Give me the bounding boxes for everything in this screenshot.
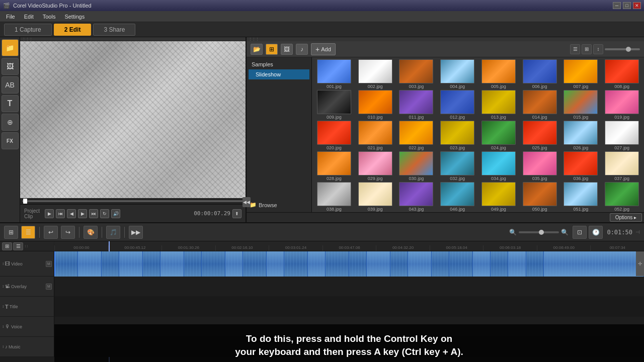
library-audio-view-button[interactable]: ♪ <box>296 44 308 55</box>
add-button[interactable]: + Add <box>311 43 336 55</box>
maximize-button[interactable]: □ <box>623 2 631 9</box>
sidebar-filter-icon[interactable]: 🖼 <box>2 58 19 75</box>
timeline-view-button[interactable]: ☰ <box>21 226 35 239</box>
color-correct-button[interactable]: 🎨 <box>84 226 98 239</box>
thumb-022[interactable]: 022.jpg <box>396 121 437 150</box>
volume-button[interactable]: 🔊 <box>111 209 120 218</box>
repeat-button[interactable]: ↻ <box>100 209 109 218</box>
library-thumbnail-view-button[interactable]: ⊞ <box>266 44 278 55</box>
track-mute-button[interactable]: M <box>46 261 52 267</box>
tab-share[interactable]: 3 Share <box>93 24 135 36</box>
thumb-035[interactable]: 035.jpg <box>520 151 560 181</box>
thumb-020[interactable]: 020.jpg <box>314 121 354 150</box>
video-track-clips[interactable] <box>54 251 644 277</box>
thumb-023[interactable]: 023.jpg <box>437 121 477 150</box>
sidebar-title-icon[interactable]: AB <box>2 76 19 94</box>
redo-button[interactable]: ↪ <box>61 226 75 239</box>
tab-edit[interactable]: 2 Edit <box>54 24 92 36</box>
thumb-050[interactable]: 050.jpg <box>520 182 560 212</box>
storyboard-view-button[interactable]: ⊞ <box>4 226 18 239</box>
collapse-library-icon[interactable]: ◀◀ <box>243 200 250 205</box>
overlay-mute-button[interactable]: M <box>46 284 52 290</box>
menu-settings[interactable]: Settings <box>60 13 89 21</box>
zoom-in-icon[interactable]: 🔍 <box>561 229 569 236</box>
undo-button[interactable]: ↩ <box>44 226 58 239</box>
thumb-036[interactable]: 036.jpg <box>561 151 601 181</box>
thumb-037[interactable]: 037.jpg <box>602 151 642 181</box>
seek-bar[interactable] <box>22 200 244 202</box>
thumb-024[interactable]: 024.jpg <box>478 121 519 150</box>
list-view-button[interactable]: ☰ <box>570 44 580 54</box>
thumb-006[interactable]: 006.jpg <box>520 59 560 89</box>
clip-end-handle[interactable]: ✛ <box>636 251 644 276</box>
thumb-029[interactable]: 029.jpg <box>355 151 395 181</box>
thumb-021[interactable]: 021.jpg <box>355 121 395 150</box>
zoom-slider[interactable] <box>605 48 640 50</box>
thumb-012[interactable]: 012.jpg <box>437 90 477 120</box>
thumb-030[interactable]: 030.jpg <box>396 151 437 181</box>
thumb-051[interactable]: 051.jpg <box>561 182 601 212</box>
track-list-button[interactable]: ☰ <box>13 242 23 250</box>
category-slideshow[interactable]: Slideshow <box>249 69 309 79</box>
motion-button[interactable]: ▶▶ <box>129 226 143 239</box>
sort-button[interactable]: ↕ <box>593 44 603 54</box>
menu-file[interactable]: File <box>2 13 19 21</box>
timeline-zoom-slider[interactable] <box>519 231 559 233</box>
thumb-049[interactable]: 049.jpg <box>478 182 519 212</box>
step-forward-button[interactable]: ▶ <box>78 209 87 218</box>
seek-thumb[interactable] <box>23 199 27 204</box>
audio-button[interactable]: 🎵 <box>106 226 120 239</box>
window-controls[interactable]: ─ □ ✕ <box>613 2 641 9</box>
thumb-007[interactable]: 007.jpg <box>561 59 601 89</box>
thumb-034[interactable]: 034.jpg <box>478 151 519 181</box>
thumb-038[interactable]: 038.jpg <box>314 182 354 212</box>
thumb-046[interactable]: 046.jpg <box>437 182 477 212</box>
play-button[interactable]: ▶ <box>45 209 54 218</box>
zoom-thumb[interactable] <box>626 47 631 52</box>
next-button[interactable]: ⏭ <box>89 209 98 218</box>
thumb-005[interactable]: 005.jpg <box>478 59 519 89</box>
tab-capture[interactable]: 1 Capture <box>4 24 52 36</box>
seek-bar-container[interactable] <box>20 198 246 204</box>
fit-timeline-button[interactable]: ⊡ <box>573 226 587 239</box>
thumb-043[interactable]: 043.jpg <box>396 182 437 212</box>
thumb-004[interactable]: 004.jpg <box>437 59 477 89</box>
thumb-032[interactable]: 032.jpg <box>437 151 477 181</box>
prev-button[interactable]: ⏮ <box>56 209 65 218</box>
mark-button[interactable]: 🕐 <box>589 226 603 239</box>
thumb-027[interactable]: 027.jpg <box>602 121 642 150</box>
thumb-014[interactable]: 014.jpg <box>520 90 560 120</box>
thumb-002[interactable]: 002.jpg <box>355 59 395 89</box>
thumb-028[interactable]: 028.jpg <box>314 151 354 181</box>
expand-button[interactable]: ⬆ <box>232 209 242 218</box>
minimize-button[interactable]: ─ <box>613 2 621 9</box>
menu-tools[interactable]: Tools <box>39 13 60 21</box>
thumb-003[interactable]: 003.jpg <box>396 59 437 89</box>
thumb-025[interactable]: 025.jpg <box>520 121 560 150</box>
thumb-052[interactable]: 052.jpg <box>602 182 642 212</box>
thumb-026[interactable]: 026.jpg <box>561 121 601 150</box>
category-samples[interactable]: Samples <box>249 59 309 69</box>
library-folder-button[interactable]: 📂 <box>251 44 263 55</box>
sidebar-media-icon[interactable]: 📁 <box>2 39 19 56</box>
sidebar-text-icon[interactable]: T <box>2 95 19 112</box>
thumb-015[interactable]: 015.jpg <box>561 90 601 120</box>
title-track-row[interactable] <box>54 297 644 317</box>
thumb-013[interactable]: 013.jpg <box>478 90 519 120</box>
sidebar-fx-icon[interactable]: FX <box>2 132 19 149</box>
zoom-out-icon[interactable]: 🔍 <box>509 229 517 236</box>
thumb-010[interactable]: 010.jpg <box>355 90 395 120</box>
grid-view-button[interactable]: ⊞ <box>582 44 592 54</box>
thumb-009[interactable]: 009.jpg <box>314 90 354 120</box>
step-back-button[interactable]: ◀ <box>67 209 76 218</box>
thumb-001[interactable]: 001.jpg <box>314 59 354 89</box>
menu-edit[interactable]: Edit <box>20 13 38 21</box>
timeline-zoom-thumb[interactable] <box>539 230 544 235</box>
thumb-011[interactable]: 011.jpg <box>396 90 437 120</box>
sidebar-motion-icon[interactable]: ⊕ <box>2 114 19 131</box>
close-button[interactable]: ✕ <box>633 2 641 9</box>
thumb-019[interactable]: 019.jpg <box>602 90 642 120</box>
thumb-008[interactable]: 008.jpg <box>602 59 642 89</box>
options-button[interactable]: Options ▸ <box>610 213 642 222</box>
thumb-039[interactable]: 039.jpg <box>355 182 395 212</box>
